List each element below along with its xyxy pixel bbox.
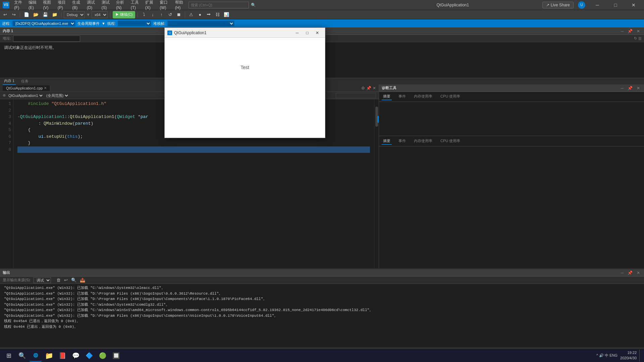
separator-5 xyxy=(185,12,185,17)
code-line-8 xyxy=(17,146,370,153)
diag-tab-events-2[interactable]: 事件 xyxy=(397,138,407,145)
memory-pin-button[interactable]: 📌 xyxy=(626,29,634,34)
breakpoint-button[interactable]: ● xyxy=(196,11,204,18)
window-title: QtGuiApplication1 xyxy=(365,3,540,7)
show-threads-button[interactable]: ⛓ xyxy=(214,11,221,18)
search-input[interactable] xyxy=(189,2,249,8)
step-out-button[interactable]: ↑ xyxy=(158,11,165,18)
taskbar-edge[interactable]: 🌐 xyxy=(30,350,42,362)
callstack-select[interactable] xyxy=(167,20,234,26)
taskbar-search[interactable]: 🔍 xyxy=(16,350,28,362)
redo-button[interactable]: ↪ xyxy=(10,11,17,18)
process-select[interactable]: [0x2DF0] QtGuiApplication1.exe xyxy=(12,20,75,26)
clock[interactable]: 19:22 2020/4/30 xyxy=(620,350,637,361)
parallel-watch-button[interactable]: 📊 xyxy=(222,11,230,18)
step-into-button[interactable]: ↓ xyxy=(149,11,156,18)
diag-tab-cpu-1[interactable]: CPU 使用率 xyxy=(439,93,462,100)
title-controls: ↗ Live Share U ─ □ ✕ xyxy=(542,0,641,10)
qt-close-button[interactable]: ✕ xyxy=(312,29,322,37)
taskbar-acrobat[interactable]: 📕 xyxy=(56,350,68,362)
menu-build[interactable]: 生成(B) xyxy=(69,0,83,11)
save-all-button[interactable]: 📁 xyxy=(51,11,59,18)
run-button[interactable]: ▶ 继续(C) xyxy=(113,11,135,18)
menu-view[interactable]: 视图(V) xyxy=(40,0,54,11)
qt-minimize-button[interactable]: ─ xyxy=(292,29,302,37)
tray-icons: ^ 🔊 中 ENG xyxy=(596,353,618,358)
output-source-select[interactable]: 调试 xyxy=(34,277,51,283)
restart-button[interactable]: ↺ xyxy=(166,11,174,18)
file-tab-close[interactable]: ✕ xyxy=(44,86,47,90)
diag-tab-memory-2[interactable]: 内存使用率 xyxy=(413,138,434,145)
diag-float-button[interactable]: ─ xyxy=(619,86,625,90)
menu-window[interactable]: 窗口(W) xyxy=(157,0,172,11)
taskbar-explorer[interactable]: 📁 xyxy=(43,350,55,362)
diag-tab-memory-1[interactable]: 内存使用率 xyxy=(413,93,434,100)
diag-tab-events-1[interactable]: 事件 xyxy=(397,93,407,100)
thread-select[interactable] xyxy=(118,20,151,26)
taskbar-wechat[interactable]: 💬 xyxy=(70,350,82,362)
memory-address-input[interactable] xyxy=(13,36,80,42)
output-wrap-button[interactable]: ↩ xyxy=(63,277,69,283)
editor-close-icon[interactable]: ✕ xyxy=(373,86,376,90)
menu-analyze[interactable]: 分析(N) xyxy=(113,0,127,11)
memory-close-button[interactable]: ✕ xyxy=(635,29,641,34)
undo-button[interactable]: ↩ xyxy=(1,11,9,18)
memory-tab-tasks[interactable]: 任务 xyxy=(20,78,30,84)
editor-settings-icon[interactable]: ⚙ xyxy=(361,86,365,90)
menu-test[interactable]: 测试(S) xyxy=(99,0,113,11)
menu-file[interactable]: 文件(F) xyxy=(11,0,25,11)
debug-config-select[interactable]: Debug xyxy=(64,11,85,18)
menu-extensions[interactable]: 扩展(X) xyxy=(143,0,156,11)
memory-tab-1[interactable]: 内存 1 xyxy=(3,78,16,85)
live-share-button[interactable]: ↗ Live Share xyxy=(542,2,574,8)
qt-title-text: QtGuiApplication1 xyxy=(174,31,207,35)
qt-restore-button[interactable]: □ xyxy=(302,29,312,37)
scope-filter-input[interactable] xyxy=(336,93,376,98)
menu-project[interactable]: 项目(P) xyxy=(55,0,69,11)
editor-pin-icon[interactable]: 📌 xyxy=(366,86,371,90)
taskbar-app3[interactable]: 🔲 xyxy=(110,350,122,362)
diag-close-button[interactable]: ✕ xyxy=(635,86,641,90)
diag-tab-summary-1[interactable]: 摘要 xyxy=(382,93,392,100)
qt-app-icon: Q xyxy=(167,31,172,35)
close-button[interactable]: ✕ xyxy=(626,0,641,10)
output-export-button[interactable]: 📤 xyxy=(78,277,87,283)
output-close-button[interactable]: ✕ xyxy=(635,270,641,275)
taskbar-start[interactable]: ⊞ xyxy=(3,350,15,362)
output-float-button[interactable]: ─ xyxy=(619,270,625,275)
breadcrumb-class-select[interactable]: QtGuiApplication1 xyxy=(7,93,44,99)
menu-debug[interactable]: 调试(D) xyxy=(84,0,98,11)
output-clear-button[interactable]: 🗑 xyxy=(55,277,62,283)
minimize-button[interactable]: ─ xyxy=(590,0,605,10)
output-line-7: 线程 0x45a4 已退出，返回值为 0 (0x0)。 xyxy=(4,318,640,324)
exception-button[interactable]: ⚠ xyxy=(187,11,195,18)
memory-float-button[interactable]: ─ xyxy=(619,29,625,34)
breadcrumb-scope-select[interactable]: (全局范围) xyxy=(45,93,69,99)
new-file-button[interactable]: 📄 xyxy=(22,11,31,18)
platform-select[interactable]: x64 xyxy=(92,11,108,18)
separator-4 xyxy=(138,12,138,17)
output-pin-button[interactable]: 📌 xyxy=(626,270,634,275)
user-avatar[interactable]: U xyxy=(576,1,587,9)
menu-help[interactable]: 帮助(H) xyxy=(172,0,186,11)
diag-tab-cpu-2[interactable]: CPU 使用率 xyxy=(439,138,462,145)
menu-tools[interactable]: 工具(T) xyxy=(128,0,142,11)
open-button[interactable]: 📂 xyxy=(32,11,40,18)
output-find-button[interactable]: 🔍 xyxy=(70,277,78,283)
step-over-button[interactable]: ⤵ xyxy=(140,11,148,18)
restore-button[interactable]: □ xyxy=(608,0,623,10)
show-desktop-button[interactable] xyxy=(639,350,641,362)
memory-columns-icon[interactable]: ||| xyxy=(638,36,641,41)
save-button[interactable]: 💾 xyxy=(41,11,49,18)
next-statement-button[interactable]: ⮕ xyxy=(205,11,212,18)
diag-pin-button[interactable]: 📌 xyxy=(626,86,634,90)
taskbar-vs[interactable]: 🔷 xyxy=(83,350,95,362)
menu-edit[interactable]: 编辑(E) xyxy=(26,0,40,11)
taskbar-app2[interactable]: 🟢 xyxy=(97,350,109,362)
memory-refresh-icon[interactable]: ↻ xyxy=(634,36,637,41)
output-line-2: "QtGuiApplication1.exe" (Win32): 已加载 "D:… xyxy=(4,291,640,297)
file-tab[interactable]: QtGuiApplication1.cpp ✕ xyxy=(3,85,50,91)
title-bar: VS 文件(F) 编辑(E) 视图(V) 项目(P) 生成(B) 调试(D) 测… xyxy=(0,0,644,10)
diag-tab-summary-2[interactable]: 摘要 xyxy=(382,138,392,145)
stop-button[interactable]: ⏹ xyxy=(175,11,182,18)
